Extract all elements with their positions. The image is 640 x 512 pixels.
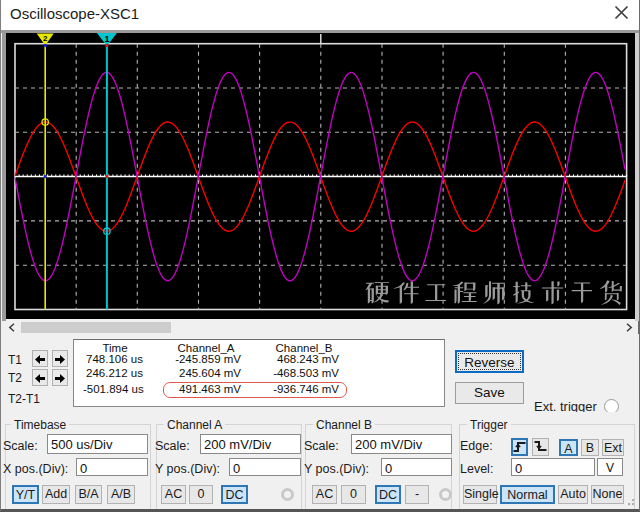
svg-text:2: 2 [43, 34, 48, 43]
svg-text:1: 1 [104, 34, 109, 44]
